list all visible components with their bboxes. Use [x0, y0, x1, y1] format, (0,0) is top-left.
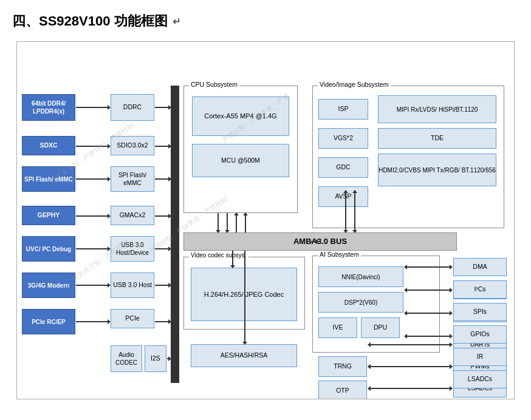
- page-title: 四、SS928V100 功能框图 ↵: [12, 12, 519, 30]
- i2s: I2S: [145, 345, 166, 372]
- cpu-label: CPU Subsystem: [189, 81, 239, 88]
- arr-ai-i2cs: [405, 290, 452, 291]
- arr-pcie: [76, 321, 110, 322]
- ive-block: IVE: [318, 317, 357, 338]
- ai-label: AI Subsystem: [318, 251, 361, 258]
- dma-r: DMA: [453, 258, 507, 276]
- isp-block: ISP: [318, 99, 368, 120]
- lsadcs-r: LSADCs: [453, 370, 507, 388]
- nnie-block: NNIE(Davinci): [318, 266, 403, 287]
- return-icon: ↵: [173, 16, 180, 27]
- arr-usbhd-bus: [155, 248, 171, 249]
- arr-ddr: [76, 107, 110, 108]
- label-ddr: 64bit DDR4/ LPDDR4(x): [22, 94, 75, 121]
- arr-amba-aes: [244, 251, 245, 344]
- usb-hd: USB 3.0 Host/Device: [111, 236, 154, 262]
- arr-modem: [76, 285, 110, 286]
- arr-spif-bus: [155, 178, 171, 180]
- label-sdxc: SDXC: [22, 136, 75, 155]
- arr-amba-cpu2: [245, 213, 246, 232]
- label-uvc: UVC/ PC Debug: [22, 236, 75, 262]
- arr-ai-spis: [405, 313, 452, 314]
- label-spi-flash: SPI Flash/ eMMC: [22, 166, 75, 192]
- label-modem: 3G/4G Modern: [22, 273, 75, 298]
- tde-block: TDE: [378, 128, 496, 149]
- dpu-block: DPU: [361, 317, 400, 338]
- sdio: SDIO3.0x2: [111, 136, 154, 155]
- vertical-bus-bar: [171, 86, 179, 383]
- dsp-block: DSP*2(V60): [318, 292, 403, 313]
- arr-otp-lsadcs: [368, 388, 452, 389]
- arr-amba-vcodec: [232, 251, 233, 268]
- arr-cpu-amba2: [227, 213, 228, 232]
- arr-ai-gpios: [405, 336, 452, 337]
- mcu-block: MCU @500M: [192, 144, 289, 177]
- ddrc: DDRC: [111, 94, 154, 121]
- arr-amba-vi2: [354, 191, 355, 232]
- mipi-rx-block: MIPI Rx/LVDS/ HiSPi/BT.1120: [378, 95, 496, 123]
- arr-sdxc: [76, 146, 110, 147]
- cortex-block: Cortex-A55 MP4 @1.4G: [192, 97, 289, 136]
- ir-r: IR: [453, 348, 507, 366]
- arr-gephy: [76, 215, 110, 217]
- pcie-if: PCIe: [111, 309, 154, 328]
- spi-flash-if: SPI Flash/ eMMC: [111, 166, 154, 192]
- gmac: GMACx2: [111, 206, 154, 225]
- gpios-r: GPIOs: [453, 325, 507, 344]
- gdc-block: GDC: [318, 157, 368, 178]
- i2cs-r: I²Cs: [453, 280, 507, 299]
- spis-r: SPIs: [453, 303, 507, 321]
- vgs-block: VGS*2: [318, 128, 368, 149]
- otp-block: OTP: [318, 381, 367, 399]
- arr-amba-ai: [311, 241, 318, 242]
- arr-cpu-amba1: [218, 213, 219, 232]
- trng-block: TRNG: [318, 356, 367, 377]
- arr-usbh-bus: [155, 285, 171, 286]
- audio-codec: Audio CODEC: [111, 345, 142, 372]
- diagram-v2: 佳天天下制・严禁转制・严禁转制 严禁转制・产销售前・严禁转制 严禁转制・产销售前…: [16, 41, 515, 399]
- arr-sdio-bus: [155, 146, 171, 147]
- arr-trng-pwms: [368, 366, 452, 367]
- label-gephy: GEPHY: [22, 206, 75, 225]
- arr-ddrc-bus: [155, 107, 171, 108]
- hdmi-block: HDMI2.0/CVBS MIPI Tx/RGB/ BT.1120/656: [378, 154, 496, 186]
- aes-block: AES/HASH/RSA: [191, 344, 297, 367]
- vcodec-label: Video codec subsys.: [189, 252, 248, 259]
- vi-label: Video/Image Subsystem: [318, 81, 391, 88]
- arr-spi: [76, 178, 110, 180]
- arr-gmac-bus: [155, 215, 171, 217]
- arr-pci-bus: [155, 321, 171, 322]
- arr-amba-cpu1: [236, 213, 237, 232]
- arr-amba-vi1: [345, 191, 346, 232]
- usb-h: USB 3.0 Host: [111, 273, 154, 298]
- label-pcie: PCIe RC/EP: [22, 309, 75, 334]
- arr-otp-uarts: [368, 344, 452, 345]
- arr-ai-dma: [405, 266, 452, 268]
- arr-uvc: [76, 248, 110, 249]
